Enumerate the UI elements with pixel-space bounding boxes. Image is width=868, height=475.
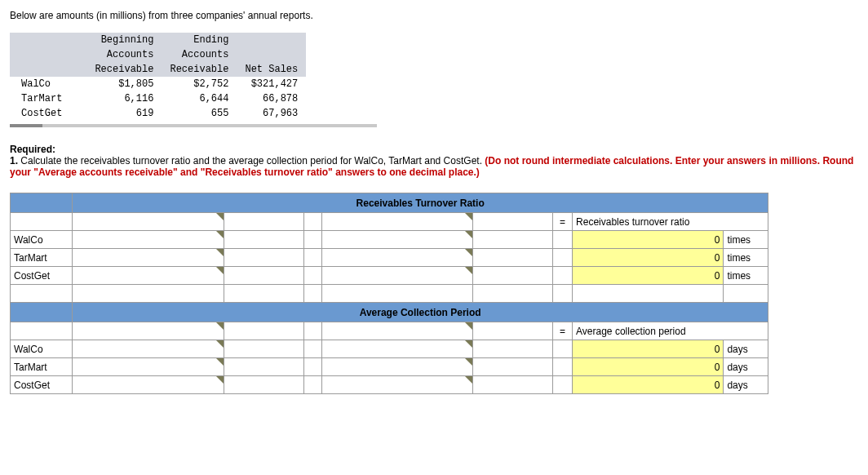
row-label: WalCo [11, 340, 73, 358]
result-value[interactable]: 0 [573, 358, 724, 376]
result-unit: days [724, 358, 768, 376]
dropdown-icon[interactable] [216, 213, 224, 220]
row-label: TarMart [11, 358, 73, 376]
result-label: Receivables turnover ratio [573, 213, 768, 231]
row-begin: $1,805 [86, 77, 162, 91]
result-value[interactable]: 0 [573, 231, 724, 249]
input-cell[interactable] [321, 340, 472, 358]
row-end: 655 [162, 106, 237, 121]
result-unit: times [724, 231, 768, 249]
dropdown-icon[interactable] [465, 231, 472, 238]
row-sales: 66,878 [237, 91, 306, 106]
input-cell[interactable] [73, 322, 224, 340]
result-value[interactable]: 0 [573, 376, 724, 394]
result-unit: times [724, 249, 768, 267]
input-cell[interactable] [321, 376, 472, 394]
required-num: 1. [10, 155, 18, 166]
result-unit: days [724, 340, 768, 358]
dropdown-icon[interactable] [216, 322, 224, 330]
row-label: WalCo [11, 231, 73, 249]
dropdown-icon[interactable] [465, 376, 472, 384]
divider-bar [10, 124, 377, 127]
required-block: Required: 1. Calculate the receivables t… [10, 144, 858, 178]
section-header-collection: Average Collection Period [11, 303, 768, 322]
col-end-h2: Accounts [162, 47, 237, 62]
section-title: Receivables Turnover Ratio [73, 193, 768, 213]
row-label: CostGet [11, 267, 73, 285]
row-label: TarMart [11, 249, 73, 267]
col-sales-h: Net Sales [237, 62, 306, 77]
input-cell[interactable] [321, 249, 472, 267]
col-begin-h1: Beginning [86, 33, 162, 47]
col-end-h1: Ending [162, 33, 237, 47]
intro-text: Below are amounts (in millions) from thr… [10, 10, 858, 21]
input-cell[interactable] [73, 376, 224, 394]
row-begin: 619 [86, 106, 162, 121]
result-value[interactable]: 0 [573, 267, 724, 285]
section-title: Average Collection Period [73, 303, 768, 322]
answer-table: Receivables Turnover Ratio = Receivables… [10, 193, 768, 394]
input-cell[interactable] [73, 249, 224, 267]
row-sales: $321,427 [237, 77, 306, 91]
row-begin: 6,116 [86, 91, 162, 106]
section-header-turnover: Receivables Turnover Ratio [11, 193, 768, 213]
company-data-table: Beginning Ending Accounts Accounts Recei… [10, 33, 306, 121]
required-body: Calculate the receivables turnover ratio… [18, 155, 485, 166]
input-cell[interactable] [321, 231, 472, 249]
col-end-h3: Receivable [162, 62, 237, 77]
result-label: Average collection period [573, 322, 768, 340]
dropdown-icon[interactable] [465, 249, 472, 256]
result-unit: times [724, 267, 768, 285]
dropdown-icon[interactable] [216, 267, 224, 274]
dropdown-icon[interactable] [465, 340, 472, 348]
equals-sign: = [553, 213, 573, 231]
dropdown-icon[interactable] [465, 267, 472, 274]
col-begin-h3: Receivable [86, 62, 162, 77]
row-end: $2,752 [162, 77, 237, 91]
input-cell[interactable] [73, 213, 224, 231]
dropdown-icon[interactable] [216, 376, 224, 384]
dropdown-icon[interactable] [465, 358, 472, 366]
input-cell[interactable] [321, 358, 472, 376]
input-cell[interactable] [73, 340, 224, 358]
row-label: CostGet [11, 376, 73, 394]
input-cell[interactable] [73, 231, 224, 249]
col-begin-h2: Accounts [86, 47, 162, 62]
equals-sign: = [553, 322, 573, 340]
row-sales: 67,963 [237, 106, 306, 121]
result-value[interactable]: 0 [573, 249, 724, 267]
result-unit: days [724, 376, 768, 394]
dropdown-icon[interactable] [216, 231, 224, 238]
dropdown-icon[interactable] [216, 358, 224, 366]
row-name: TarMart [10, 91, 86, 106]
required-label: Required: [10, 144, 55, 155]
dropdown-icon[interactable] [465, 322, 472, 330]
dropdown-icon[interactable] [216, 249, 224, 256]
input-cell[interactable] [73, 267, 224, 285]
input-cell[interactable] [321, 322, 472, 340]
row-name: CostGet [10, 106, 86, 121]
input-cell[interactable] [73, 358, 224, 376]
dropdown-icon[interactable] [216, 340, 224, 348]
row-end: 6,644 [162, 91, 237, 106]
result-value[interactable]: 0 [573, 340, 724, 358]
dropdown-icon[interactable] [465, 213, 472, 220]
row-name: WalCo [10, 77, 86, 91]
input-cell[interactable] [321, 267, 472, 285]
input-cell[interactable] [321, 213, 472, 231]
